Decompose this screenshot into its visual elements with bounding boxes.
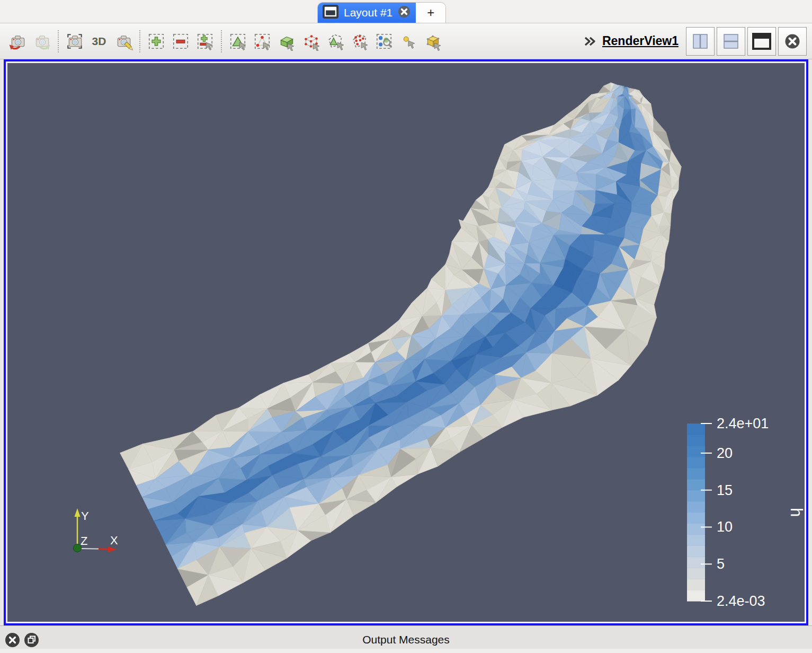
split-horizontal-icon bbox=[692, 33, 709, 50]
hover-cells-button[interactable] bbox=[421, 29, 445, 54]
select-points-on-button[interactable] bbox=[250, 29, 274, 54]
close-tab-icon[interactable] bbox=[398, 5, 411, 20]
close-dock-button[interactable] bbox=[5, 633, 20, 647]
edit-camera-icon bbox=[114, 32, 133, 51]
svg-text:10: 10 bbox=[717, 519, 733, 535]
float-dock-button[interactable] bbox=[24, 633, 39, 647]
close-view-button[interactable] bbox=[778, 27, 807, 56]
orientation-axes-widget: YXZ bbox=[74, 508, 119, 552]
river-mesh bbox=[120, 83, 682, 606]
split-vertical-button[interactable] bbox=[717, 27, 745, 56]
close-view-icon bbox=[784, 33, 800, 49]
renderview-frame: YXZ 2.4e+0120151052.4e-03h bbox=[4, 59, 808, 625]
output-dock-title: Output Messages bbox=[0, 633, 812, 646]
view-layout-buttons bbox=[686, 27, 807, 56]
select-points-through-icon bbox=[301, 32, 320, 51]
color-legend[interactable]: 2.4e+0120151052.4e-03h bbox=[687, 416, 805, 609]
capture-screenshot-button[interactable] bbox=[63, 29, 87, 54]
hover-cells-icon bbox=[423, 32, 442, 51]
select-points-polygon-button[interactable] bbox=[347, 29, 372, 54]
render-viewport[interactable]: YXZ 2.4e+0120151052.4e-03h bbox=[7, 63, 805, 622]
interactive-select-icon bbox=[374, 32, 394, 51]
float-dock-icon bbox=[28, 636, 36, 644]
select-cells-on-icon bbox=[228, 32, 247, 51]
paraview-window: Layout #1 + 3D bbox=[0, 0, 812, 653]
hover-points-button[interactable] bbox=[396, 29, 421, 54]
toolbar-separator bbox=[221, 30, 222, 52]
new-tab-button[interactable]: + bbox=[416, 3, 445, 23]
select-points-on-icon bbox=[253, 32, 272, 51]
select-cells-through-button[interactable] bbox=[274, 29, 299, 54]
subtract-selection-icon bbox=[171, 32, 190, 51]
redo-camera-button[interactable] bbox=[30, 29, 54, 54]
toggle-2d3d-button[interactable]: 3D bbox=[87, 29, 111, 54]
svg-text:20: 20 bbox=[717, 445, 733, 461]
svg-text:15: 15 bbox=[717, 482, 733, 498]
svg-text:Z: Z bbox=[81, 534, 87, 548]
redo-camera-icon bbox=[32, 32, 51, 51]
modify-selection-icon bbox=[195, 32, 215, 51]
hover-points-icon bbox=[399, 32, 418, 51]
interactive-select-button[interactable] bbox=[372, 29, 396, 54]
renderview-link[interactable]: RenderView1 bbox=[602, 34, 679, 48]
capture-screenshot-icon bbox=[65, 32, 84, 51]
output-messages-dock: Output Messages bbox=[0, 625, 812, 653]
toolbar-separator bbox=[139, 30, 140, 52]
double-chevron-icon bbox=[583, 34, 597, 49]
layout-tab-bar: Layout #1 + bbox=[0, 0, 812, 23]
svg-text:2.4e+01: 2.4e+01 bbox=[717, 416, 769, 431]
undo-camera-button[interactable] bbox=[5, 29, 30, 54]
camera-toolbar: 3D bbox=[0, 23, 812, 59]
split-horizontal-button[interactable] bbox=[686, 27, 715, 56]
layout-tab-title: Layout #1 bbox=[344, 6, 392, 19]
select-cells-polygon-icon bbox=[326, 32, 345, 51]
select-points-polygon-icon bbox=[350, 32, 369, 51]
close-dock-icon bbox=[8, 636, 16, 644]
layout-icon bbox=[323, 5, 338, 21]
select-cells-on-button[interactable] bbox=[226, 29, 250, 54]
maximize-icon bbox=[752, 33, 771, 50]
svg-text:5: 5 bbox=[717, 556, 725, 572]
svg-text:X: X bbox=[110, 534, 118, 547]
edit-camera-button[interactable] bbox=[111, 29, 136, 54]
maximize-view-button[interactable] bbox=[747, 27, 776, 56]
svg-text:2.4e-03: 2.4e-03 bbox=[717, 593, 765, 609]
select-cells-through-icon bbox=[277, 32, 296, 51]
toolbar-overflow-button[interactable] bbox=[581, 32, 599, 50]
split-vertical-icon bbox=[722, 33, 739, 50]
modify-selection-button[interactable] bbox=[193, 29, 217, 54]
undo-camera-icon bbox=[8, 32, 27, 51]
svg-text:Y: Y bbox=[81, 509, 89, 523]
subtract-selection-button[interactable] bbox=[168, 29, 193, 54]
select-points-through-button[interactable] bbox=[299, 29, 323, 54]
select-cells-polygon-button[interactable] bbox=[323, 29, 347, 54]
svg-text:h: h bbox=[787, 508, 805, 517]
add-selection-icon bbox=[147, 32, 166, 51]
layout-tab[interactable]: Layout #1 bbox=[318, 3, 416, 23]
add-selection-button[interactable] bbox=[144, 29, 168, 54]
toolbar-separator bbox=[58, 30, 59, 52]
